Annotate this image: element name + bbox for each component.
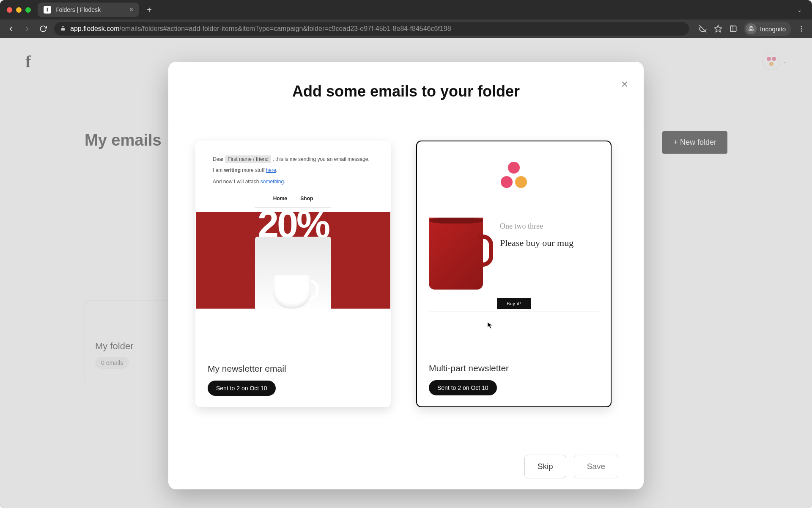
email-meta: My newsletter email Sent to 2 on Oct 10	[196, 355, 390, 407]
extensions-icon[interactable]	[729, 24, 738, 33]
browser-window: f Folders | Flodesk × + ⌄ app.flodesk.co…	[0, 0, 812, 508]
preview-link: here	[266, 167, 276, 173]
email-meta: Multi-part newsletter Sent to 2 on Oct 1…	[417, 355, 611, 406]
email-card[interactable]: Dear First name / friend , this is me se…	[195, 141, 391, 407]
skip-button[interactable]: Skip	[524, 455, 566, 478]
titlebar: f Folders | Flodesk × + ⌄	[0, 0, 812, 19]
email-card[interactable]: One two three Please buy our mug Buy it!…	[416, 141, 612, 407]
window-controls	[7, 7, 31, 13]
tabs-dropdown-button[interactable]: ⌄	[793, 4, 805, 16]
close-window-button[interactable]	[7, 7, 12, 13]
eye-off-icon[interactable]	[698, 24, 708, 33]
reload-button[interactable]	[38, 24, 48, 34]
app-viewport: f ⌄ My emails + New folder My folder 0 e…	[0, 38, 812, 508]
email-name: My newsletter email	[208, 364, 379, 374]
add-emails-modal: Add some emails to your folder × Dear Fi…	[168, 62, 644, 489]
save-button[interactable]: Save	[574, 455, 618, 478]
modal-footer: Skip Save	[168, 443, 644, 489]
maximize-window-button[interactable]	[25, 7, 31, 13]
merge-tag: First name / friend	[225, 155, 271, 163]
svg-point-10	[801, 30, 802, 32]
url-text: app.flodesk.com/emails/folders#action=ad…	[70, 25, 451, 33]
browser-toolbar: app.flodesk.com/emails/folders#action=ad…	[0, 19, 812, 38]
new-tab-button[interactable]: +	[143, 4, 155, 16]
tab-title: Folders | Flodesk	[55, 6, 101, 13]
email-status-badge: Sent to 2 on Oct 10	[429, 380, 497, 395]
modal-title: Add some emails to your folder	[292, 83, 520, 100]
forward-button[interactable]	[22, 24, 32, 34]
kebab-menu-icon[interactable]	[797, 24, 806, 33]
email-preview: Dear First name / friend , this is me se…	[196, 141, 390, 355]
svg-rect-0	[61, 28, 65, 30]
svg-rect-4	[730, 26, 733, 31]
lock-icon	[60, 25, 66, 33]
incognito-label: Incognito	[760, 25, 786, 33]
incognito-badge[interactable]: Incognito	[744, 22, 791, 36]
brand-dots-icon	[499, 162, 529, 188]
incognito-icon	[746, 23, 757, 34]
modal-body: Dear First name / friend , this is me se…	[168, 121, 644, 443]
svg-marker-2	[715, 25, 722, 32]
modal-header: Add some emails to your folder ×	[168, 62, 644, 121]
preview-body-text: Dear First name / friend , this is me se…	[196, 141, 390, 191]
svg-point-8	[801, 26, 802, 27]
preview-headline: Please buy our mug	[500, 237, 599, 249]
preview-cta-button: Buy it!	[497, 298, 531, 309]
product-image	[429, 205, 488, 290]
email-preview: One two three Please buy our mug Buy it!	[417, 141, 611, 355]
close-modal-button[interactable]: ×	[618, 78, 631, 91]
star-icon[interactable]	[713, 24, 723, 33]
tab-strip: f Folders | Flodesk × + ⌄	[38, 3, 805, 17]
mug-graphic	[255, 237, 331, 309]
svg-point-6	[752, 29, 754, 31]
email-status-badge: Sent to 2 on Oct 10	[208, 381, 276, 396]
address-bar[interactable]: app.flodesk.com/emails/folders#action=ad…	[54, 22, 689, 36]
preview-link: something	[261, 179, 284, 185]
close-tab-button[interactable]: ×	[129, 6, 133, 14]
preview-script-text: One two three	[500, 222, 599, 231]
favicon-icon: f	[44, 6, 51, 14]
email-name: Multi-part newsletter	[429, 363, 599, 373]
browser-tab[interactable]: f Folders | Flodesk ×	[38, 3, 139, 17]
svg-point-5	[749, 29, 751, 31]
svg-point-9	[801, 28, 802, 30]
minimize-window-button[interactable]	[16, 7, 22, 13]
preview-nav: Home Shop	[196, 191, 390, 207]
back-button[interactable]	[6, 24, 16, 34]
preview-hero-image: 20% 30 30	[196, 212, 390, 309]
